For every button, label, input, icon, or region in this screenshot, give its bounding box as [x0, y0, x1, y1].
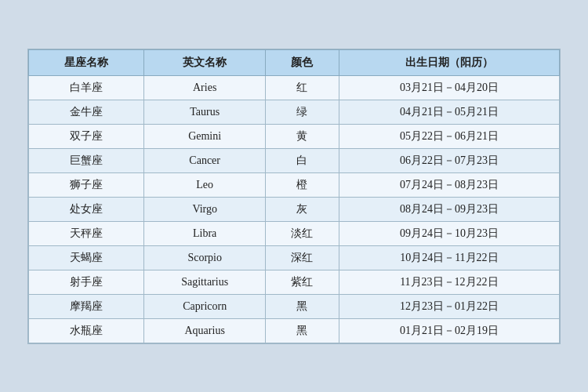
cell-english-name: Virgo [144, 197, 266, 221]
table-body: 白羊座Aries红03月21日－04月20日金牛座Taurus绿04月21日－0… [29, 75, 560, 343]
cell-color: 白 [266, 148, 339, 172]
table-row: 狮子座Leo橙07月24日－08月23日 [29, 172, 560, 197]
cell-english-name: Taurus [144, 100, 266, 124]
cell-color: 黄 [266, 124, 339, 148]
cell-dates: 09月24日－10月23日 [339, 221, 559, 245]
header-dates: 出生日期（阳历） [339, 49, 559, 75]
cell-chinese-name: 金牛座 [29, 100, 144, 124]
cell-color: 紫红 [266, 270, 339, 294]
cell-english-name: Capricorn [144, 294, 266, 318]
cell-dates: 12月23日－01月22日 [339, 294, 559, 318]
table-row: 白羊座Aries红03月21日－04月20日 [29, 75, 560, 100]
table-row: 摩羯座Capricorn黑12月23日－01月22日 [29, 294, 560, 318]
cell-chinese-name: 处女座 [29, 197, 144, 221]
cell-chinese-name: 狮子座 [29, 172, 144, 197]
table-row: 巨蟹座Cancer白06月22日－07月23日 [29, 148, 560, 172]
cell-chinese-name: 天秤座 [29, 221, 144, 245]
table-row: 处女座Virgo灰08月24日－09月23日 [29, 197, 560, 221]
cell-dates: 08月24日－09月23日 [339, 197, 559, 221]
cell-chinese-name: 摩羯座 [29, 294, 144, 318]
zodiac-table-container: 星座名称 英文名称 颜色 出生日期（阳历） 白羊座Aries红03月21日－04… [27, 49, 561, 344]
cell-color: 黑 [266, 294, 339, 318]
cell-english-name: Scorpio [144, 245, 266, 270]
cell-chinese-name: 射手座 [29, 270, 144, 294]
cell-color: 绿 [266, 100, 339, 124]
table-header-row: 星座名称 英文名称 颜色 出生日期（阳历） [29, 49, 560, 75]
table-row: 水瓶座Aquarius黑01月21日－02月19日 [29, 318, 560, 343]
header-english-name: 英文名称 [144, 49, 266, 75]
cell-english-name: Leo [144, 172, 266, 197]
cell-dates: 07月24日－08月23日 [339, 172, 559, 197]
cell-dates: 05月22日－06月21日 [339, 124, 559, 148]
table-row: 射手座Sagittarius紫红11月23日－12月22日 [29, 270, 560, 294]
cell-english-name: Cancer [144, 148, 266, 172]
cell-color: 橙 [266, 172, 339, 197]
table-row: 天秤座Libra淡红09月24日－10月23日 [29, 221, 560, 245]
cell-dates: 01月21日－02月19日 [339, 318, 559, 343]
cell-english-name: Gemini [144, 124, 266, 148]
cell-dates: 11月23日－12月22日 [339, 270, 559, 294]
cell-dates: 10月24日－11月22日 [339, 245, 559, 270]
cell-chinese-name: 白羊座 [29, 75, 144, 100]
cell-english-name: Aquarius [144, 318, 266, 343]
cell-chinese-name: 天蝎座 [29, 245, 144, 270]
table-row: 双子座Gemini黄05月22日－06月21日 [29, 124, 560, 148]
cell-chinese-name: 巨蟹座 [29, 148, 144, 172]
cell-chinese-name: 双子座 [29, 124, 144, 148]
cell-color: 黑 [266, 318, 339, 343]
cell-dates: 04月21日－05月21日 [339, 100, 559, 124]
table-row: 金牛座Taurus绿04月21日－05月21日 [29, 100, 560, 124]
cell-english-name: Sagittarius [144, 270, 266, 294]
cell-dates: 03月21日－04月20日 [339, 75, 559, 100]
cell-color: 淡红 [266, 221, 339, 245]
header-chinese-name: 星座名称 [29, 49, 144, 75]
cell-color: 深红 [266, 245, 339, 270]
cell-color: 红 [266, 75, 339, 100]
cell-english-name: Libra [144, 221, 266, 245]
cell-chinese-name: 水瓶座 [29, 318, 144, 343]
table-row: 天蝎座Scorpio深红10月24日－11月22日 [29, 245, 560, 270]
zodiac-table: 星座名称 英文名称 颜色 出生日期（阳历） 白羊座Aries红03月21日－04… [28, 49, 560, 343]
cell-dates: 06月22日－07月23日 [339, 148, 559, 172]
header-color: 颜色 [266, 49, 339, 75]
cell-color: 灰 [266, 197, 339, 221]
cell-english-name: Aries [144, 75, 266, 100]
